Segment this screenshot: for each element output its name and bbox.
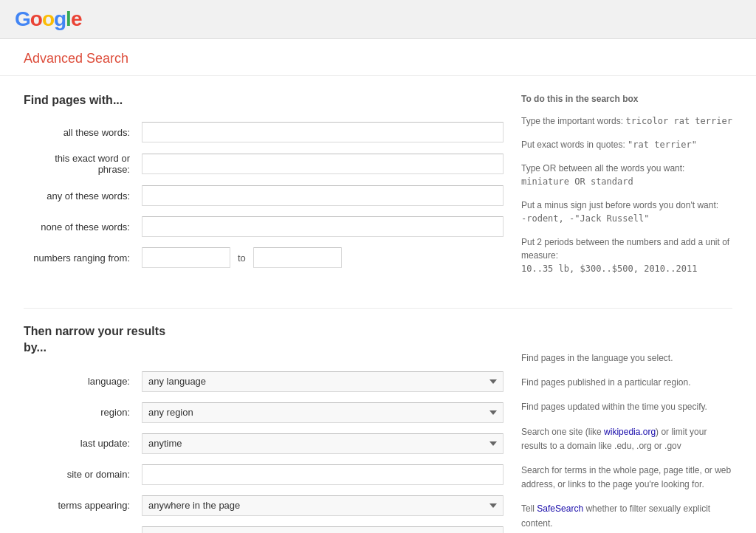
safesearch-select[interactable]: Show most relevant results Filter explic… [142, 526, 504, 533]
range-label: numbers ranging from: [24, 252, 142, 264]
site-domain-hint: Search one site (like wikipedia.org) or … [521, 425, 732, 453]
site-domain-input[interactable] [142, 464, 504, 485]
last-update-hint: Find pages updated within the time you s… [521, 400, 732, 414]
narrow-right: Find pages in the language you select. F… [521, 323, 732, 533]
site-domain-label: site or domain: [24, 469, 142, 480]
all-words-input[interactable] [142, 122, 504, 142]
language-row: language: any language English French Ge… [24, 371, 504, 392]
find-pages-left: Find pages with... all these words: this… [24, 94, 504, 286]
range-row: numbers ranging from: to [24, 247, 504, 268]
none-words-input[interactable] [142, 216, 504, 237]
all-words-label: all these words: [24, 127, 142, 138]
section-divider [24, 308, 732, 309]
exact-phrase-row: this exact word or phrase: [24, 153, 504, 175]
narrow-results-section: Then narrow your resultsby... language: … [24, 323, 732, 533]
safesearch-row: SafeSearch: Show most relevant results F… [24, 526, 504, 533]
last-update-row: last update: anytime past 24 hours past … [24, 433, 504, 454]
exact-phrase-label: this exact word or phrase: [24, 153, 142, 175]
google-logo[interactable]: Google [15, 7, 81, 31]
terms-appearing-label: terms appearing: [24, 500, 142, 511]
terms-appearing-select[interactable]: anywhere in the page in the title of the… [142, 495, 504, 516]
region-label: region: [24, 407, 142, 418]
exact-phrase-input[interactable] [142, 154, 504, 174]
none-words-row: none of these words: [24, 216, 504, 237]
find-pages-right: To do this in the search box Type the im… [521, 94, 732, 286]
region-hint: Find pages published in a particular reg… [521, 376, 732, 390]
wikipedia-link[interactable]: wikipedia.org [604, 427, 656, 437]
language-label: language: [24, 376, 142, 387]
region-row: region: any region United States United … [24, 402, 504, 423]
any-words-hint: Type OR between all the words you want: … [521, 162, 732, 188]
site-domain-row: site or domain: [24, 464, 504, 485]
language-hint: Find pages in the language you select. [521, 351, 732, 365]
narrow-left: Then narrow your resultsby... language: … [24, 323, 504, 533]
any-words-input[interactable] [142, 185, 504, 206]
header: Google [0, 0, 756, 39]
region-select[interactable]: any region United States United Kingdom … [142, 402, 504, 423]
language-select[interactable]: any language English French German Spani… [142, 371, 504, 392]
range-from-input[interactable] [142, 247, 230, 268]
narrow-heading: Then narrow your resultsby... [24, 323, 504, 357]
exact-phrase-hint: Put exact words in quotes: "rat terrier" [521, 138, 732, 151]
last-update-label: last update: [24, 438, 142, 449]
find-pages-section: Find pages with... all these words: this… [24, 94, 732, 286]
terms-appearing-row: terms appearing: anywhere in the page in… [24, 495, 504, 516]
last-update-select[interactable]: anytime past 24 hours past week past mon… [142, 433, 504, 454]
range-hint: Put 2 periods between the numbers and ad… [521, 235, 732, 275]
page-title: Advanced Search [24, 51, 732, 66]
all-words-hint: Type the important words: tricolor rat t… [521, 114, 732, 128]
terms-appearing-hint: Search for terms in the whole page, page… [521, 464, 732, 492]
safesearch-link[interactable]: SafeSearch [537, 503, 583, 514]
none-words-hint: Put a minus sign just before words you d… [521, 199, 732, 225]
range-to-label: to [238, 252, 246, 264]
right-column-heading: To do this in the search box [521, 94, 732, 104]
main-content: Find pages with... all these words: this… [0, 76, 756, 533]
all-words-row: all these words: [24, 122, 504, 142]
title-bar: Advanced Search [0, 39, 756, 76]
any-words-label: any of these words: [24, 190, 142, 202]
find-pages-heading: Find pages with... [24, 94, 504, 107]
none-words-label: none of these words: [24, 221, 142, 233]
any-words-row: any of these words: [24, 185, 504, 206]
safesearch-hint: Tell SafeSearch whether to filter sexual… [521, 502, 732, 530]
range-to-input[interactable] [253, 247, 342, 268]
